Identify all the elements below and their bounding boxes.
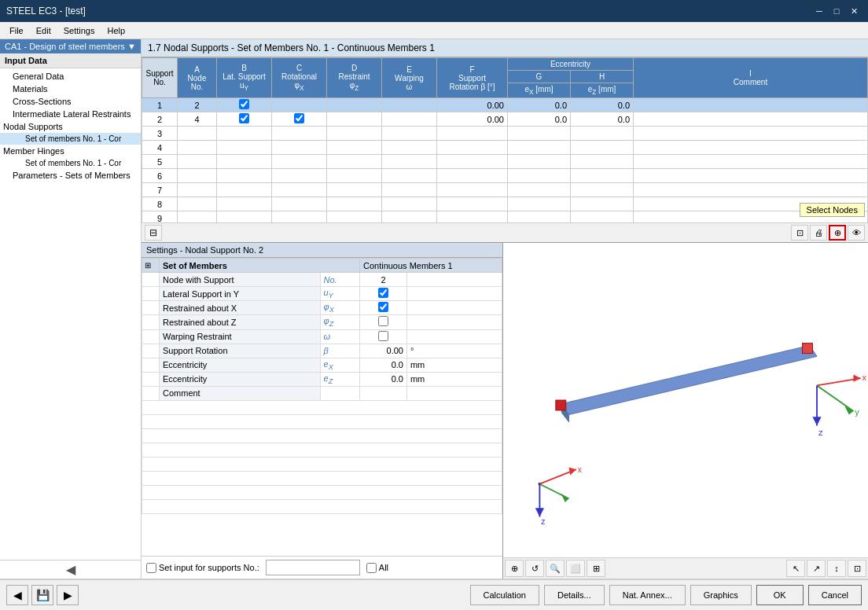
toolbar-icon-export[interactable]: ⊡ — [791, 225, 808, 241]
all-checkbox[interactable] — [366, 563, 377, 573]
sidebar-item-member-hinges[interactable]: Member Hinges — [0, 145, 141, 157]
maximize-button[interactable]: □ — [829, 4, 844, 18]
table-body: 120.000.00.0240.000.00.0345678910 — [142, 98, 868, 223]
main-container: CA1 - Design of steel members ▼ Input Da… — [0, 39, 868, 579]
view-btn-zoom[interactable]: 🔍 — [546, 560, 565, 577]
ok-button[interactable]: OK — [756, 585, 804, 605]
view-btn-fit[interactable]: ⬜ — [566, 560, 585, 577]
settings-empty-3 — [142, 428, 502, 443]
col-header-f: FSupportRotation β [°] — [437, 58, 508, 98]
settings-node-symbol: No. — [320, 273, 359, 287]
table-row[interactable]: 3 — [142, 127, 868, 141]
table-row[interactable]: 120.000.00.0 — [142, 98, 868, 112]
settings-rotx-label: Restrained about X — [160, 301, 321, 315]
settings-comment-row: Comment — [142, 386, 502, 400]
sidebar-item-cross-sections[interactable]: Cross-Sections — [0, 95, 141, 108]
table-row[interactable]: 9 — [142, 211, 868, 223]
axis-x-label: x — [862, 373, 867, 382]
view-btn-3d[interactable]: ⊡ — [848, 560, 866, 577]
graphics-button[interactable]: Graphics — [690, 585, 752, 605]
save-button[interactable]: 💾 — [31, 585, 53, 605]
bottom-toolbar: ◀ 💾 ▶ Calculation Details... Nat. Annex.… — [0, 579, 868, 610]
set-input-checkbox[interactable] — [146, 563, 156, 573]
svg-text:z: z — [541, 517, 545, 526]
table-row[interactable]: 8 — [142, 197, 868, 211]
nodal-supports-table: SupportNo. ANodeNo. BLat. SupportuY CRot… — [142, 57, 868, 222]
settings-lateral-symbol: uY — [320, 287, 359, 301]
view-btn-front[interactable]: ↖ — [786, 560, 805, 577]
settings-empty-5 — [142, 457, 502, 471]
close-button[interactable]: ✕ — [846, 4, 862, 18]
settings-lateral-unit — [406, 287, 502, 301]
view-btn-side[interactable]: ↗ — [807, 560, 826, 577]
svg-text:x: x — [578, 465, 582, 474]
settings-rotz-symbol: φZ — [320, 315, 359, 329]
col-header-eccentricity: Eccentricity — [508, 58, 634, 71]
menu-help[interactable]: Help — [101, 24, 131, 37]
set-of-members-expand[interactable]: ⊞ — [142, 259, 160, 273]
sidebar-item-materials[interactable]: Materials — [0, 83, 141, 95]
settings-rotx-checkbox[interactable] — [378, 302, 388, 312]
col-header-ex: eX [mm] — [508, 83, 571, 98]
menu-settings[interactable]: Settings — [57, 24, 101, 37]
table-row[interactable]: 4 — [142, 141, 868, 155]
sidebar: CA1 - Design of steel members ▼ Input Da… — [0, 39, 142, 579]
toolbar-icon-select-nodes[interactable]: ⊕ — [829, 225, 846, 241]
col-header-d: DRestraintφZ — [327, 58, 382, 98]
nav-back-button[interactable]: ◀ — [6, 585, 28, 605]
settings-empty-8 — [142, 499, 502, 513]
nat-annex-button[interactable]: Nat. Annex... — [609, 585, 686, 605]
settings-rotz-value — [359, 315, 406, 329]
sidebar-dropdown[interactable]: CA1 - Design of steel members ▼ — [0, 39, 141, 53]
calculation-button[interactable]: Calculation — [470, 585, 539, 605]
view-btn-top[interactable]: ↕ — [827, 560, 846, 577]
settings-lateral-value — [359, 287, 406, 301]
settings-warp-label: Warping Restraint — [160, 329, 321, 344]
sidebar-item-general-data[interactable]: General Data — [0, 70, 141, 83]
view-btn-rotate[interactable]: ↺ — [525, 560, 544, 577]
table-row[interactable]: 5 — [142, 155, 868, 169]
settings-srot-value: 0.00 — [359, 344, 406, 358]
settings-lateral-checkbox[interactable] — [378, 288, 388, 298]
sidebar-item-set-members-nodal[interactable]: Set of members No. 1 - Cor — [0, 133, 141, 145]
3d-viewport: x y z — [503, 243, 868, 557]
sidebar-collapse-icon[interactable]: ◀ — [66, 562, 75, 577]
cancel-button[interactable]: Cancel — [808, 585, 862, 605]
sidebar-item-parameters[interactable]: Parameters - Sets of Members — [0, 169, 141, 182]
table-row[interactable]: 7 — [142, 183, 868, 197]
chevron-down-icon: ▼ — [127, 42, 136, 51]
sidebar-item-intermediate-lateral-restraints[interactable]: Intermediate Lateral Restraints — [0, 108, 141, 120]
menu-file[interactable]: File — [3, 24, 30, 37]
menu-edit[interactable]: Edit — [30, 24, 57, 37]
settings-srot-symbol: β — [320, 344, 359, 358]
sidebar-item-nodal-supports[interactable]: Nodal Supports — [0, 120, 141, 133]
details-button[interactable]: Details... — [544, 585, 605, 605]
settings-warp-checkbox[interactable] — [378, 331, 388, 341]
col-header-e: EWarpingω — [382, 58, 437, 98]
select-nodes-tooltip: Select Nodes — [800, 203, 865, 217]
settings-empty-7 — [142, 485, 502, 499]
table-row[interactable]: 6 — [142, 169, 868, 183]
settings-node-row: Node with Support No. 2 — [142, 273, 502, 287]
toolbar-icon-view[interactable]: 👁 — [848, 225, 865, 241]
filter-icon[interactable]: ⊟ — [145, 225, 162, 241]
col-header-c: CRotationalφX — [272, 58, 327, 98]
settings-ez-symbol: eZ — [320, 372, 359, 386]
table-scroll[interactable]: SupportNo. ANodeNo. BLat. SupportuY CRot… — [142, 57, 868, 222]
settings-scroll[interactable]: ⊞ Set of Members Continuous Members 1 No… — [142, 258, 502, 556]
col-header-ez: eZ [mm] — [571, 83, 634, 98]
node-right — [802, 344, 812, 354]
minimize-button[interactable]: ─ — [811, 4, 827, 18]
axis-z-right-label: z — [818, 428, 823, 437]
table-row[interactable]: 240.000.00.0 — [142, 112, 868, 127]
toolbar-icon-print[interactable]: 🖨 — [810, 225, 827, 241]
nav-forward-button[interactable]: ▶ — [57, 585, 79, 605]
settings-ez-value: 0.0 — [359, 372, 406, 386]
sidebar-item-set-members-hinges[interactable]: Set of members No. 1 - Cor — [0, 157, 141, 169]
view-btn-zoom-in[interactable]: ⊕ — [505, 560, 524, 577]
settings-rotz-checkbox[interactable] — [378, 316, 388, 326]
col-header-a: ANodeNo. — [178, 58, 217, 98]
col-header-h: H — [571, 71, 634, 83]
set-input-field[interactable] — [266, 560, 360, 575]
view-btn-grid[interactable]: ⊞ — [587, 560, 605, 577]
